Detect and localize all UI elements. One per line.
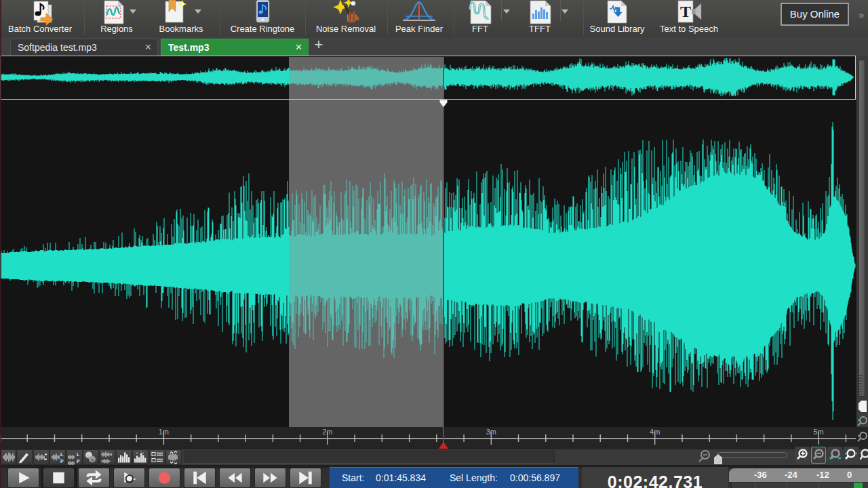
svg-text:2m: 2m	[322, 428, 332, 436]
svg-text:3m: 3m	[486, 428, 496, 436]
svg-text:T: T	[680, 3, 691, 20]
svg-text:L: L	[77, 452, 80, 457]
svg-text:5m: 5m	[813, 428, 823, 436]
svg-text:1m: 1m	[159, 428, 169, 436]
svg-text:P: P	[60, 459, 64, 464]
svg-text:P: P	[77, 459, 80, 464]
svg-text:R: R	[91, 458, 94, 462]
svg-text:L: L	[60, 452, 64, 457]
svg-text:4m: 4m	[650, 428, 660, 436]
